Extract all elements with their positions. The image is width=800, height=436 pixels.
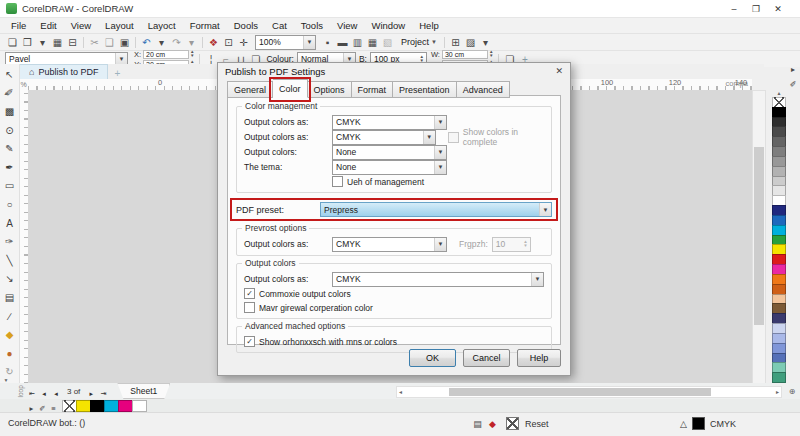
redo-dropdown-icon[interactable]: ▾ [184, 36, 199, 49]
stepper-icon[interactable]: ▲▼ [489, 50, 493, 58]
pan-icon[interactable]: ✛ [236, 36, 251, 49]
stepper-icon[interactable]: ▲▼ [190, 50, 194, 58]
snap-to-icon[interactable]: ⊞ [448, 36, 463, 49]
scroll-right-icon[interactable]: ▸ [776, 388, 779, 395]
copy-icon[interactable]: ❑ [102, 36, 117, 49]
close-icon[interactable]: ✕ [772, 2, 784, 15]
document-tab[interactable]: ⌂ Publish to PDF [19, 64, 108, 79]
restore-icon[interactable]: ❐ [750, 2, 762, 15]
menu-item-window[interactable]: Window [364, 20, 412, 31]
options-icon[interactable]: ▨ [463, 36, 478, 49]
cancel-button[interactable]: Cancel [463, 349, 510, 367]
menu-item-help[interactable]: Help [412, 20, 446, 31]
project-dropdown[interactable]: Project [401, 37, 429, 47]
chevron-down-icon[interactable]: ▼ [303, 36, 315, 49]
sheet-tab[interactable]: Sheet1 [117, 383, 170, 399]
menu-item-format[interactable]: Format [183, 20, 227, 31]
ellipse-tool-icon[interactable]: ○ [1, 195, 18, 214]
x-position-field[interactable]: 20 cm [143, 50, 189, 59]
checkbox-unchecked[interactable] [448, 132, 459, 143]
view-enhanced-icon[interactable]: ▦ [365, 36, 380, 49]
output-colors-as-combo[interactable]: CMYK ▼ [332, 237, 447, 252]
color-proof-icon[interactable]: ◆ [485, 417, 500, 430]
save-icon[interactable]: ▦ [50, 36, 65, 49]
menu-item-cat[interactable]: Cat [265, 20, 294, 31]
view-pixels-icon[interactable]: ▧ [380, 36, 395, 49]
fullscreen-preview-icon[interactable]: ▪ [320, 36, 335, 49]
tab-presentation[interactable]: Presentation [393, 81, 457, 98]
tab-options[interactable]: Options [308, 81, 352, 98]
pdf-preset-combo[interactable]: Prepress ▼ [320, 202, 552, 217]
menu-item-layout[interactable]: Layout [98, 20, 141, 31]
view-normal-icon[interactable]: ▥ [350, 36, 365, 49]
output-colors-as-combo[interactable]: CMYK ▼ [332, 130, 436, 145]
view-wireframe-icon[interactable]: ▬ [335, 36, 350, 49]
checkbox-unchecked[interactable] [244, 302, 255, 313]
chevron-down-icon[interactable]: ▼ [423, 131, 435, 144]
print-icon[interactable]: ⊟ [65, 36, 80, 49]
new-document-icon[interactable]: ❏ [5, 36, 20, 49]
tab-format[interactable]: Format [352, 81, 394, 98]
horizontal-scrollbar[interactable]: ◂ ▸ [396, 386, 782, 398]
line-tool-icon[interactable]: ╲ [1, 251, 18, 270]
chevron-down-icon[interactable]: ▼ [434, 238, 446, 251]
options-dropdown-icon[interactable]: ▾ [478, 36, 493, 49]
docker-pen-icon[interactable]: ✐ [788, 79, 799, 89]
pen-tool-icon[interactable]: ✑ [1, 232, 18, 251]
scroll-left-icon[interactable]: ◂ [399, 388, 402, 395]
menu-item-layoct[interactable]: Layoct [141, 20, 183, 31]
menu-item-dools[interactable]: Dools [227, 20, 265, 31]
chevron-down-icon[interactable]: ▼ [539, 203, 551, 216]
menu-item-view[interactable]: View [330, 20, 364, 31]
output-colors-combo[interactable]: None ▼ [332, 145, 447, 160]
reset-label[interactable]: Reset [525, 419, 549, 429]
minimize-icon[interactable]: – [728, 2, 740, 15]
paste-icon[interactable]: ▣ [117, 36, 132, 49]
chevron-down-icon[interactable]: ▼ [434, 116, 446, 129]
import-icon[interactable]: ❖ [206, 36, 221, 49]
export-icon[interactable]: ⊡ [221, 36, 236, 49]
new-document-tab-icon[interactable]: + [114, 68, 120, 79]
checkbox-unchecked[interactable] [332, 176, 343, 187]
checkbox-checked[interactable]: ✓ [244, 336, 255, 347]
output-colors-as-combo[interactable]: CMYK ▼ [332, 272, 544, 287]
the-tema-combo[interactable]: None ▼ [332, 160, 447, 175]
freehand-tool-icon[interactable]: ✎ [1, 139, 18, 158]
scroll-up-icon[interactable]: ▲ [0, 90, 12, 96]
color-swatch[interactable] [118, 400, 133, 412]
checkbox-checked[interactable]: ✓ [244, 288, 255, 299]
help-button[interactable]: Help [517, 349, 561, 367]
output-colors-as-combo[interactable]: CMYK ▼ [332, 115, 447, 130]
rectangle-tool-icon[interactable]: ▭ [1, 177, 18, 196]
tab-general[interactable]: General [227, 81, 273, 98]
width-field[interactable]: 30 cm [442, 50, 488, 59]
tab-advanced[interactable]: Advanced [457, 81, 510, 98]
color-swatch[interactable] [772, 372, 786, 383]
color-swatch[interactable] [104, 400, 119, 412]
color-swatch[interactable] [62, 400, 77, 412]
text-tool-icon[interactable]: A [1, 214, 18, 233]
zoom-level-combo[interactable]: 100% ▼ [255, 35, 316, 50]
vertical-scrollbar[interactable] [752, 90, 766, 385]
dialog-close-icon[interactable]: ✕ [555, 66, 563, 76]
printer-icon[interactable]: ▤ [470, 417, 485, 430]
crop-tool-icon[interactable]: ▩ [1, 102, 18, 121]
chevron-down-icon[interactable]: ▼ [434, 161, 446, 174]
menu-item-file[interactable]: File [4, 20, 33, 31]
zoom-fit-icon[interactable]: ⊕ [786, 385, 798, 397]
palette-scroll-up-icon[interactable]: ▲ [772, 90, 786, 96]
docker-collapse-icon[interactable]: ▸ [788, 64, 799, 74]
interactive-fill-tool-icon[interactable]: ▤ [1, 288, 18, 307]
connector-tool-icon[interactable]: ↘ [1, 270, 18, 289]
smart-fill-tool-icon[interactable]: ● [1, 344, 18, 363]
color-swatch[interactable] [132, 400, 147, 412]
color-swatch[interactable] [90, 400, 105, 412]
tab-color[interactable]: Color [273, 79, 308, 98]
no-color-swatch-icon[interactable] [506, 417, 519, 430]
chevron-down-icon[interactable]: ▼ [531, 273, 543, 286]
redo-icon[interactable]: ↷ [169, 36, 184, 49]
cut-icon[interactable]: ✂ [87, 36, 102, 49]
chevron-down-icon[interactable]: ▼ [431, 39, 437, 45]
zoom-tool-icon[interactable]: ⊙ [1, 121, 18, 140]
menu-item-tools[interactable]: Tools [294, 20, 330, 31]
